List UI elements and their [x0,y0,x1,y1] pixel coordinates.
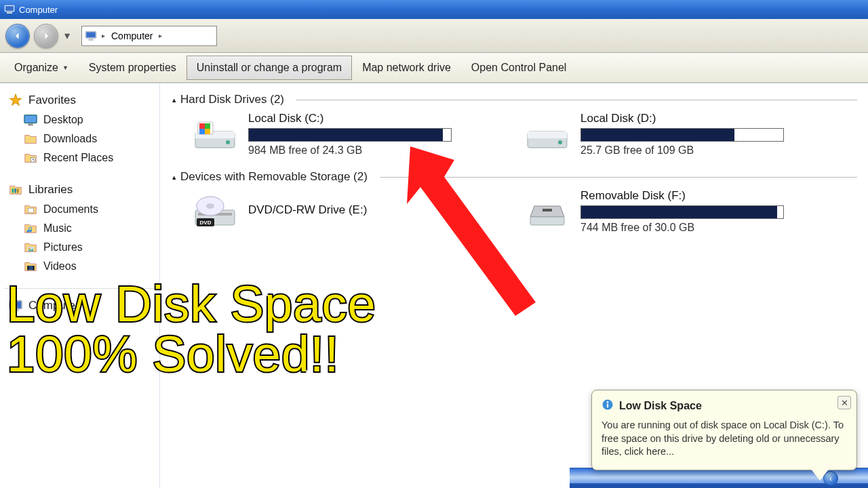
sidebar-item-videos[interactable]: Videos [4,257,155,276]
svg-rect-2 [7,12,12,14]
svg-rect-36 [542,209,552,211]
usage-bar [580,128,784,142]
drive-e[interactable]: DVD DVD/CD-RW Drive (E:) [191,189,483,234]
svg-rect-8 [28,124,33,126]
drive-status: 744 MB free of 30.0 GB [580,222,815,234]
sidebar-item-desktop[interactable]: Desktop [4,110,155,129]
svg-rect-35 [530,217,564,225]
organize-button[interactable]: Organize▼ [4,56,79,80]
computer-icon [4,4,15,15]
svg-rect-40 [607,404,608,408]
sidebar-item-pictures[interactable]: Pictures [4,238,155,257]
documents-icon [23,202,38,217]
drive-d[interactable]: Local Disk (D:) 25.7 GB free of 109 GB [524,112,815,157]
window-titlebar: Computer [0,0,868,19]
uninstall-program-button[interactable]: Uninstall or change a program [186,56,352,80]
drive-status: 984 MB free of 24.3 GB [248,144,483,157]
sidebar-item-recent-places[interactable]: Recent Places [4,148,155,167]
svg-rect-18 [33,266,35,270]
breadcrumb-segment[interactable]: Computer [107,29,157,43]
svg-rect-10 [12,188,14,192]
dvd-drive-icon: DVD [191,192,239,230]
svg-rect-5 [89,39,94,40]
svg-rect-7 [25,116,37,123]
drive-label: Local Disk (C:) [248,112,483,125]
section-removable-storage[interactable]: ▴ Devices with Removable Storage (2) [172,170,857,184]
music-icon [23,221,38,236]
usage-bar [248,128,452,142]
hard-drive-icon [524,115,571,153]
system-properties-button[interactable]: System properties [79,56,186,80]
chevron-right-icon[interactable]: ▸ [157,32,164,39]
collapse-icon: ▴ [172,96,176,104]
svg-rect-4 [86,32,96,37]
drive-label: DVD/CD-RW Drive (E:) [248,203,483,217]
drive-label: Local Disk (D:) [580,112,815,125]
svg-text:DVD: DVD [200,220,212,226]
computer-icon [85,30,97,42]
libraries-group[interactable]: Libraries [4,180,155,200]
hard-drive-icon [191,115,239,153]
sidebar-item-downloads[interactable]: Downloads [4,129,155,148]
svg-point-24 [226,140,230,144]
overlay-caption: Low Disk Space 100% Solved!! [7,279,376,380]
window-title: Computer [19,5,58,15]
forward-button[interactable] [34,24,58,48]
sidebar-item-music[interactable]: Music [4,219,155,238]
back-button[interactable] [5,24,30,48]
libraries-icon [8,182,23,197]
close-button[interactable]: ✕ [837,396,851,409]
svg-point-39 [607,401,609,403]
section-hard-disk-drives[interactable]: ▴ Hard Disk Drives (2) [172,93,857,106]
svg-rect-1 [5,6,14,11]
balloon-title: Low Disk Space [619,400,702,412]
svg-rect-11 [14,188,16,192]
videos-icon [23,259,38,274]
star-icon [8,93,23,108]
balloon-body: You are running out of disk space on Loc… [601,419,847,459]
low-disk-space-balloon[interactable]: ✕ Low Disk Space You are running out of … [591,390,857,470]
drive-label: Removable Disk (F:) [580,189,815,203]
svg-rect-12 [17,188,19,192]
pictures-icon [23,240,38,255]
drive-c[interactable]: Local Disk (C:) 984 MB free of 24.3 GB [191,112,483,157]
collapse-icon: ▴ [172,173,176,182]
removable-drive-icon [524,192,571,230]
chevron-right-icon[interactable]: ▸ [100,32,107,39]
favorites-group[interactable]: Favorites [4,90,155,110]
svg-rect-13 [28,208,33,212]
address-bar[interactable]: ▸ Computer ▸ [81,26,217,46]
drive-f[interactable]: Removable Disk (F:) 744 MB free of 30.0 … [524,189,815,234]
svg-point-32 [206,203,214,209]
usage-bar [580,205,784,219]
svg-point-28 [558,140,562,144]
chevron-down-icon: ▼ [62,64,68,71]
drive-status: 25.7 GB free of 109 GB [580,144,815,157]
svg-rect-27 [528,131,567,138]
svg-rect-17 [27,266,28,270]
info-icon [601,399,614,413]
command-bar: Organize▼ System properties Uninstall or… [0,53,868,83]
history-dropdown[interactable]: ▾ [62,24,72,48]
open-control-panel-button[interactable]: Open Control Panel [461,56,577,80]
nav-bar: ▾ ▸ Computer ▸ [0,19,868,53]
sidebar-item-documents[interactable]: Documents [4,200,155,219]
downloads-icon [23,131,38,146]
map-network-drive-button[interactable]: Map network drive [352,56,461,80]
recent-places-icon [23,150,38,165]
desktop-icon [23,113,38,127]
